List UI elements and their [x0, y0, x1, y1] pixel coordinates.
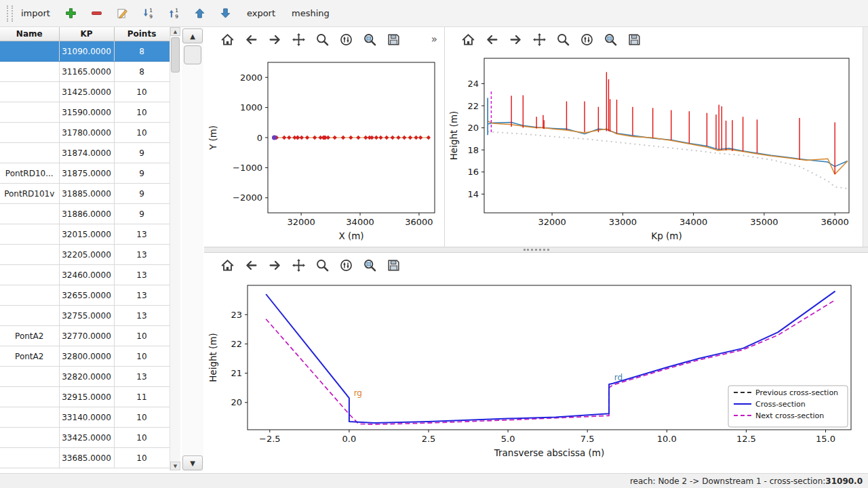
points-cell[interactable]: 10	[114, 123, 170, 143]
table-row[interactable]: 32655.000013	[0, 285, 170, 306]
panel-scroll-down-button[interactable]: ▼	[182, 455, 203, 470]
table-row[interactable]: PontA232770.000010	[0, 326, 170, 346]
edit-icon[interactable]	[115, 5, 130, 22]
table-row[interactable]: 32015.000013	[0, 224, 170, 245]
table-row[interactable]: 33140.000010	[0, 407, 170, 428]
import-button[interactable]: import	[18, 5, 53, 22]
points-cell[interactable]: 13	[114, 306, 170, 326]
plan-view-plot[interactable]: 320003400036000−2000−1000010002000X (m)Y…	[205, 52, 444, 247]
points-cell[interactable]: 10	[114, 102, 170, 123]
name-cell[interactable]	[0, 204, 59, 224]
points-cell[interactable]: 13	[114, 367, 170, 387]
name-cell[interactable]	[0, 224, 59, 245]
column-header-kp[interactable]: KP	[59, 27, 114, 41]
home-icon[interactable]	[219, 31, 235, 47]
name-cell[interactable]	[0, 306, 59, 326]
table-row[interactable]: 31874.00009	[0, 143, 170, 163]
subplots-icon[interactable]	[338, 257, 354, 273]
table-row[interactable]: 31165.00008	[0, 62, 170, 82]
points-cell[interactable]: 9	[114, 204, 170, 224]
zoom-rect-icon[interactable]	[602, 31, 618, 47]
back-icon[interactable]	[484, 31, 500, 47]
table-row[interactable]: 32915.000011	[0, 387, 170, 407]
kp-cell[interactable]: 32800.0000	[59, 346, 114, 367]
side-splitter[interactable]	[863, 27, 868, 247]
long-profile-plot[interactable]: 3200033000340003500036000141618202224Kp …	[446, 52, 863, 247]
points-cell[interactable]: 10	[114, 346, 170, 367]
points-cell[interactable]: 10	[114, 448, 170, 468]
kp-cell[interactable]: 31886.0000	[59, 204, 114, 224]
home-icon[interactable]	[219, 257, 235, 273]
sort-ascending-icon[interactable]: 19	[167, 5, 182, 22]
kp-cell[interactable]: 33685.0000	[59, 448, 114, 468]
table-row[interactable]: 32755.000013	[0, 306, 170, 326]
pan-icon[interactable]	[290, 257, 307, 273]
panel-scrollbar[interactable]: ▲ ▼	[182, 27, 203, 472]
points-cell[interactable]: 8	[114, 62, 170, 82]
zoom-rect-icon[interactable]	[361, 31, 378, 47]
name-cell[interactable]	[0, 102, 59, 123]
column-header-name[interactable]: Name	[0, 27, 59, 41]
name-cell[interactable]: PontA2	[0, 346, 59, 367]
kp-cell[interactable]: 31590.0000	[59, 102, 114, 123]
name-cell[interactable]	[0, 143, 59, 163]
table-row[interactable]: 31780.000010	[0, 123, 170, 143]
move-down-icon[interactable]	[218, 5, 233, 22]
pan-icon[interactable]	[290, 31, 307, 47]
home-icon[interactable]	[460, 31, 476, 47]
table-scroll-down-icon[interactable]: ▼	[170, 462, 180, 470]
subplots-icon[interactable]	[338, 31, 354, 47]
name-cell[interactable]	[0, 285, 59, 306]
kp-cell[interactable]: 33140.0000	[59, 407, 114, 428]
pan-icon[interactable]	[531, 31, 547, 47]
kp-cell[interactable]: 32205.0000	[59, 245, 114, 265]
zoom-icon[interactable]	[555, 31, 571, 47]
name-cell[interactable]	[0, 62, 59, 82]
points-cell[interactable]: 10	[114, 326, 170, 346]
points-cell[interactable]: 10	[114, 82, 170, 102]
remove-cross-section-icon[interactable]	[90, 5, 104, 22]
name-cell[interactable]	[0, 123, 59, 143]
table-row[interactable]: 31590.000010	[0, 102, 170, 123]
table-row[interactable]: 33425.000010	[0, 428, 170, 448]
table-row[interactable]: 32460.000013	[0, 265, 170, 285]
zoom-rect-icon[interactable]	[361, 257, 378, 273]
kp-cell[interactable]: 32820.0000	[59, 367, 114, 387]
points-cell[interactable]: 9	[114, 163, 170, 184]
kp-cell[interactable]: 31090.0000	[59, 41, 114, 62]
panel-scrollbar-thumb[interactable]	[184, 45, 201, 64]
save-icon[interactable]	[385, 31, 401, 47]
kp-cell[interactable]: 31875.0000	[59, 163, 114, 184]
table-scrollbar-thumb[interactable]	[171, 37, 180, 73]
points-cell[interactable]: 13	[114, 265, 170, 285]
points-cell[interactable]: 10	[114, 407, 170, 428]
points-cell[interactable]: 13	[114, 245, 170, 265]
kp-cell[interactable]: 32015.0000	[59, 224, 114, 245]
table-row[interactable]: 32205.000013	[0, 245, 170, 265]
name-cell[interactable]	[0, 448, 59, 468]
name-cell[interactable]	[0, 41, 59, 62]
kp-cell[interactable]: 32655.0000	[59, 285, 114, 306]
zoom-icon[interactable]	[314, 31, 330, 47]
forward-icon[interactable]	[267, 257, 283, 273]
name-cell[interactable]: PontRD10...	[0, 163, 59, 184]
forward-icon[interactable]	[267, 31, 283, 47]
back-icon[interactable]	[243, 257, 259, 273]
add-cross-section-icon[interactable]	[64, 5, 79, 22]
name-cell[interactable]	[0, 245, 59, 265]
table-row[interactable]: 31090.00008	[0, 41, 170, 62]
save-icon[interactable]	[626, 31, 642, 47]
kp-cell[interactable]: 32460.0000	[59, 265, 114, 285]
table-row[interactable]: 32820.000013	[0, 367, 170, 387]
points-cell[interactable]: 10	[114, 428, 170, 448]
points-cell[interactable]: 8	[114, 41, 170, 62]
table-row[interactable]: 31425.000010	[0, 82, 170, 102]
kp-cell[interactable]: 31425.0000	[59, 82, 114, 102]
kp-cell[interactable]: 31874.0000	[59, 143, 114, 163]
table-scroll-up-icon[interactable]: ▲	[170, 27, 180, 36]
sort-descending-icon[interactable]: 19	[141, 5, 156, 22]
table-row[interactable]: PontRD101v31885.00009	[0, 184, 170, 204]
points-cell[interactable]: 13	[114, 285, 170, 306]
table-row[interactable]: 33685.000010	[0, 448, 170, 468]
column-header-points[interactable]: Points	[114, 27, 170, 41]
